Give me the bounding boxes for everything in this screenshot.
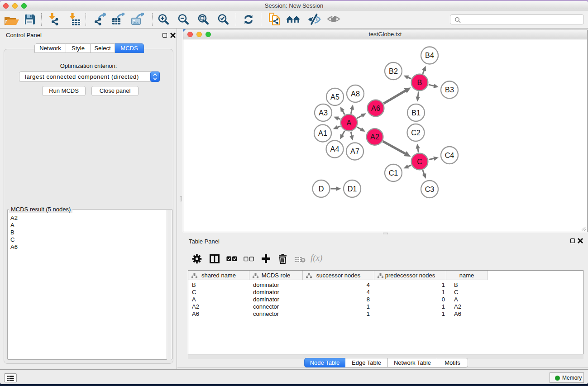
svg-text:D1: D1: [348, 185, 357, 193]
svg-text:A5: A5: [330, 93, 339, 101]
svg-text:A: A: [347, 119, 352, 127]
svg-text:A6: A6: [371, 104, 380, 112]
svg-text:B2: B2: [389, 67, 398, 75]
svg-text:A1: A1: [318, 129, 327, 137]
svg-text:D: D: [319, 185, 324, 193]
svg-text:B4: B4: [425, 51, 434, 59]
svg-text:C2: C2: [411, 129, 421, 137]
svg-text:A8: A8: [351, 90, 360, 98]
svg-text:A3: A3: [319, 109, 328, 117]
svg-text:B1: B1: [411, 109, 421, 117]
svg-text:C: C: [417, 157, 422, 166]
svg-text:C4: C4: [445, 151, 454, 159]
svg-text:B: B: [417, 78, 422, 86]
svg-text:A7: A7: [350, 147, 359, 155]
svg-text:C3: C3: [425, 185, 435, 193]
svg-text:A4: A4: [330, 145, 339, 153]
svg-text:C1: C1: [389, 169, 398, 177]
svg-text:B3: B3: [445, 86, 454, 94]
svg-text:A2: A2: [370, 133, 379, 141]
